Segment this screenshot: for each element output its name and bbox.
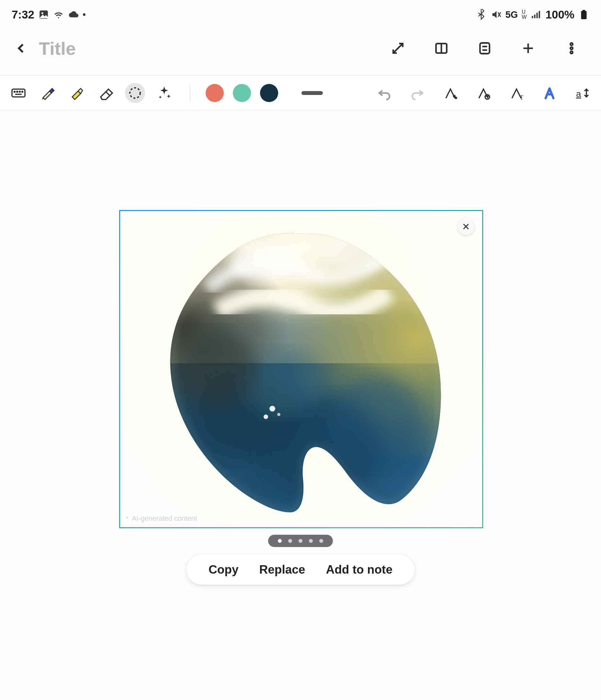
eraser-tool[interactable] — [96, 83, 116, 103]
svg-point-13 — [570, 43, 573, 45]
pager-dot-5[interactable] — [319, 539, 323, 543]
svg-rect-16 — [12, 89, 25, 97]
drawing-toolbar: T a — [0, 75, 601, 111]
status-bar: 7:32 5G UW 100% — [0, 0, 601, 29]
ai-tool[interactable] — [154, 83, 174, 103]
reading-mode-button[interactable] — [431, 38, 451, 58]
svg-point-38 — [230, 243, 302, 282]
image-pager[interactable] — [268, 535, 333, 547]
canvas[interactable]: AI-generated content Copy Replace Add to… — [0, 111, 601, 700]
svg-point-41 — [264, 415, 268, 419]
svg-point-15 — [570, 51, 573, 53]
network-label: 5G — [505, 9, 518, 20]
image-selection-frame[interactable]: AI-generated content — [119, 210, 483, 528]
selection-action-bar: Copy Replace Add to note — [186, 555, 415, 585]
svg-point-19 — [20, 92, 20, 92]
svg-point-39 — [324, 235, 389, 271]
mute-icon — [491, 9, 502, 20]
pen-tool[interactable] — [37, 83, 58, 103]
copy-button[interactable]: Copy — [198, 563, 249, 577]
tooth-illustration — [136, 214, 467, 525]
pager-dot-3[interactable] — [298, 539, 303, 543]
add-button[interactable] — [518, 38, 538, 58]
bluetooth-icon — [476, 9, 487, 20]
svg-rect-5 — [582, 10, 585, 11]
style-text-tool[interactable] — [540, 83, 559, 103]
color-swatch-1[interactable] — [206, 84, 224, 102]
more-button[interactable] — [561, 38, 581, 58]
close-selection-button[interactable] — [458, 218, 474, 235]
pager-dot-1[interactable] — [278, 539, 282, 543]
gallery-icon — [38, 9, 49, 20]
color-swatch-2[interactable] — [233, 84, 251, 102]
svg-text:T: T — [520, 94, 523, 101]
svg-point-1 — [42, 12, 44, 14]
add-to-note-button[interactable]: Add to note — [315, 563, 403, 577]
redo-button[interactable] — [407, 83, 427, 103]
svg-rect-4 — [581, 11, 587, 19]
svg-point-14 — [570, 47, 573, 49]
svg-point-17 — [14, 92, 15, 92]
notification-dot — [83, 13, 85, 16]
page-title[interactable]: Title — [39, 38, 76, 59]
auto-shape-tool[interactable] — [440, 83, 461, 103]
pager-dot-2[interactable] — [288, 539, 292, 543]
svg-point-20 — [22, 92, 23, 92]
svg-point-37 — [185, 331, 256, 409]
svg-point-24 — [455, 97, 456, 99]
text-convert-tool[interactable]: T — [506, 83, 526, 103]
lock-orientation-tool[interactable] — [473, 83, 494, 103]
svg-point-18 — [17, 92, 18, 92]
keyboard-tool[interactable] — [8, 83, 28, 103]
selection-tool[interactable] — [125, 83, 145, 103]
title-bar: Title — [0, 29, 601, 68]
replace-button[interactable]: Replace — [249, 563, 316, 577]
text-size-tool[interactable]: a — [573, 83, 593, 103]
svg-text:a: a — [576, 89, 581, 99]
fullscreen-button[interactable] — [388, 38, 408, 58]
svg-point-35 — [328, 376, 424, 467]
svg-rect-8 — [480, 43, 489, 54]
svg-point-42 — [277, 413, 281, 416]
signal-icon — [530, 9, 542, 20]
back-button[interactable] — [12, 39, 31, 58]
ai-generated-label: AI-generated content — [125, 514, 197, 523]
svg-point-40 — [269, 406, 275, 411]
ai-generated-label-text: AI-generated content — [132, 514, 197, 523]
undo-button[interactable] — [374, 83, 394, 103]
svg-point-23 — [454, 96, 455, 97]
generated-image[interactable]: AI-generated content — [120, 211, 482, 527]
highlighter-tool[interactable] — [67, 83, 87, 103]
page-manager-button[interactable] — [475, 38, 495, 58]
wifi-icon — [53, 9, 64, 20]
status-time: 7:32 — [12, 8, 34, 21]
battery-text: 100% — [545, 8, 574, 21]
network-sub: UW — [522, 9, 526, 20]
stroke-width-tool[interactable] — [302, 91, 323, 95]
color-swatch-3[interactable] — [260, 84, 278, 102]
battery-icon — [578, 9, 589, 20]
cloud-icon — [68, 9, 79, 20]
svg-point-22 — [130, 88, 140, 98]
toolbar-separator — [190, 84, 190, 102]
pager-dot-4[interactable] — [309, 539, 313, 543]
